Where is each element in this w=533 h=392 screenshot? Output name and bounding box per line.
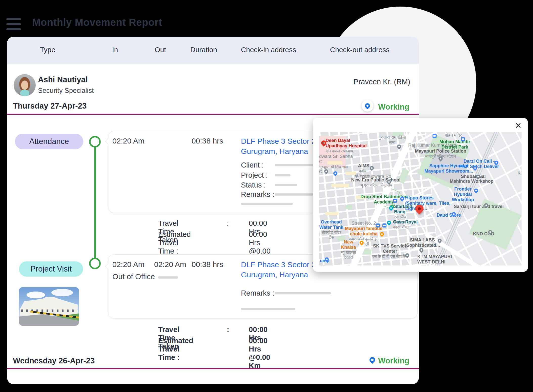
map-pin-bus-icon[interactable] xyxy=(433,134,437,138)
bubble-notch xyxy=(105,138,111,144)
attendance-type-label: Attendance xyxy=(29,137,69,146)
checkin-address-link[interactable]: DLF Phase 3 Sector 24, Gurugram, Haryana xyxy=(241,136,322,156)
page-title: Monthly Movement Report xyxy=(32,17,162,28)
estimated-travel-time-value: 00:00 Hrs @0.00 Km xyxy=(249,337,270,370)
employee-avatar xyxy=(14,74,36,96)
office-location-label: Out of Office xyxy=(112,272,155,281)
map-label[interactable]: Overhead Water Tankओवरहेड वॉटर टैंक xyxy=(319,219,344,240)
estimated-travel-time-label: Estimated Travel Time : xyxy=(158,337,193,362)
map-label[interactable]: KTM MAYAPURI WEST DELHI SERVICEकेटीएम मा… xyxy=(417,254,465,265)
map-label[interactable]: Mahindra Workshop xyxy=(450,179,498,184)
map-label[interactable]: गुरुद्वारा रामगढ़िया सभा xyxy=(378,135,406,145)
checkin-time: 02:20 Am xyxy=(112,137,145,145)
estimated-travel-time-label: Estimated Travel Time : xyxy=(158,230,191,255)
working-status: Working xyxy=(378,356,409,365)
project-field: Project : xyxy=(241,171,291,179)
map-label[interactable]: New Khalsaन्यू खालसा रेस्तरां xyxy=(337,239,361,260)
working-status: Working xyxy=(378,102,409,112)
map-label[interactable]: Casa Royalकासा रॉयल xyxy=(393,219,423,230)
location-pin-chip[interactable] xyxy=(362,100,373,112)
timeline-node xyxy=(89,136,101,148)
day-divider xyxy=(7,368,419,369)
checkin-address-link[interactable]: DLF Phase 3 Sector 24, Gurugram, Haryana xyxy=(241,260,322,280)
map-label[interactable]: Deen Dayal Upadhyay Hospitalदीन दयाल उपा… xyxy=(326,138,367,153)
colon: : xyxy=(227,325,229,334)
remarks-placeholder-line xyxy=(275,292,331,294)
placeholder-line xyxy=(241,308,295,310)
map-label[interactable]: Mohan Mandir District Park xyxy=(438,139,471,150)
employee-role: Security Specialist xyxy=(38,87,94,95)
client-label: Client : xyxy=(241,161,275,169)
employee-name: Ashi Nautiyal xyxy=(38,75,88,84)
column-checkin-address: Check-in address xyxy=(241,46,296,54)
map-pin-bus-icon[interactable] xyxy=(382,223,386,228)
project-site-photo[interactable] xyxy=(19,287,79,326)
map-label[interactable]: Sardarji tour and travel xyxy=(454,204,512,209)
project-visit-type-label: Project Visit xyxy=(30,264,72,274)
project-label: Project : xyxy=(241,171,275,179)
close-icon[interactable]: × xyxy=(515,119,521,132)
placeholder-line xyxy=(241,203,293,205)
day-date: Thursday 27-Apr-23 xyxy=(13,101,87,111)
status-label: Status : xyxy=(241,181,275,189)
project-visit-type-badge[interactable]: Project Visit xyxy=(19,261,83,277)
column-type: Type xyxy=(40,46,55,54)
map-label[interactable]: Daud Store xyxy=(437,213,464,218)
map-label[interactable]: SIMA LABS (Sophisticated... xyxy=(404,237,441,248)
remarks-field: Remarks : xyxy=(241,289,331,297)
map-popup: × गुरुद्वारा रामगढ़िया सभाDeen Dayal Upa… xyxy=(313,118,528,272)
client-field: Client : xyxy=(241,161,322,169)
remarks-label: Remarks : xyxy=(241,289,275,297)
map-pin-bus-icon[interactable] xyxy=(393,199,397,203)
remarks-field: Remarks : xyxy=(241,190,322,199)
duration-value: 00:38 hrs xyxy=(192,260,223,269)
map-label[interactable]: Kir xyxy=(518,171,522,176)
address-line2: Gurugram, Haryana xyxy=(241,271,308,279)
location-pin-icon xyxy=(364,102,371,109)
address-line1: DLF Phase 3 Sector 24, xyxy=(241,137,322,145)
map-label[interactable]: मोहन मंदिर xyxy=(445,133,473,138)
project-placeholder-line xyxy=(275,174,291,176)
bubble-notch xyxy=(105,263,111,269)
column-duration: Duration xyxy=(190,46,217,54)
photo-windows xyxy=(21,310,77,312)
column-out: Out xyxy=(155,46,166,54)
day-date: Wednesday 26-Apr-23 xyxy=(13,356,95,365)
monthly-movement-report-screen: Monthly Movement Report Type In Out Dura… xyxy=(0,0,533,392)
timeline-node xyxy=(89,258,101,269)
map-pin-bus-icon[interactable] xyxy=(376,223,380,228)
reporting-manager: Praveen Kr. (RM) xyxy=(354,78,410,86)
status-field: Status : xyxy=(241,181,297,189)
hamburger-menu-icon[interactable] xyxy=(6,18,21,31)
address-line2: Gurugram, Haryana xyxy=(241,147,308,155)
map-label[interactable]: Darzi On Call - Pick Stitch Deliver xyxy=(458,159,500,169)
day-divider xyxy=(7,114,419,115)
column-in: In xyxy=(112,46,118,54)
attendance-type-badge[interactable]: Attendance xyxy=(15,134,83,149)
column-checkout-address: Check-out address xyxy=(330,46,390,54)
status-placeholder-line xyxy=(275,184,297,186)
map-pin-bus-icon[interactable] xyxy=(461,137,465,141)
map-canvas[interactable]: गुरुद्वारा रामगढ़िया सभाDeen Dayal Upadh… xyxy=(319,132,522,265)
location-pin-icon[interactable] xyxy=(368,356,376,364)
map-label[interactable]: New Era Public Schoolन्यू एरा पब्लिक विद… xyxy=(349,177,402,188)
duration-value: 00:38 hrs xyxy=(192,137,223,145)
table-header: Type In Out Duration Check-in address Ch… xyxy=(7,37,419,64)
checkin-time: 02:20 Am xyxy=(112,260,145,269)
remarks-label: Remarks : xyxy=(241,190,275,199)
office-placeholder-line xyxy=(158,276,178,279)
map-label[interactable]: KND COD xyxy=(473,231,498,237)
checkout-time: 02:20 Am xyxy=(154,260,186,269)
timeline-line xyxy=(94,146,96,259)
address-line1: DLF Phase 3 Sector 24, xyxy=(241,260,322,269)
colon: : xyxy=(227,219,229,228)
